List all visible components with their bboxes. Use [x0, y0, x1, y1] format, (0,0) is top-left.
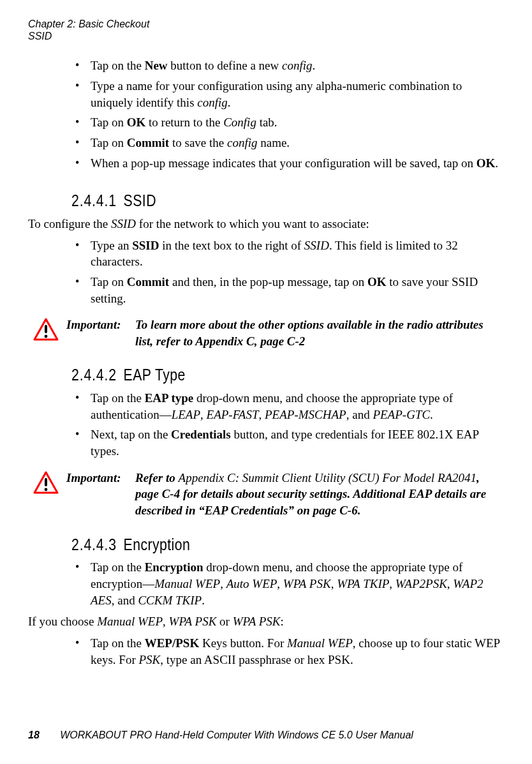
list-item: Tap on Commit to save the config name. — [71, 135, 504, 155]
svg-rect-0 — [45, 325, 47, 333]
list-item: Tap on Commit and then, in the pop-up me… — [71, 274, 504, 310]
list-item: Tap on the New button to define a new co… — [71, 57, 504, 78]
note-text: Refer to Appendix C: Summit Client Utili… — [135, 470, 499, 519]
chapter-line: Chapter 2: Basic Checkout — [28, 18, 504, 30]
warning-icon — [33, 318, 59, 341]
note-label: Important: — [66, 317, 135, 333]
paragraph: To configure the SSID for the network to… — [28, 216, 504, 232]
heading-2443: 2.4.4.3 Encryption — [71, 534, 439, 556]
warning-icon — [33, 471, 59, 494]
heading-2442: 2.4.4.2 EAP Type — [71, 364, 439, 386]
footer: 18 WORKABOUT PRO Hand-Held Computer With… — [28, 728, 413, 742]
heading-title: SSID — [124, 190, 156, 212]
intro-list: Tap on the New button to define a new co… — [71, 57, 504, 175]
list-item: When a pop-up message indicates that you… — [71, 155, 504, 176]
running-head: Chapter 2: Basic Checkout SSID — [28, 18, 504, 42]
ssid-list: Type an SSID in the text box to the righ… — [71, 237, 504, 311]
heading-number: 2.4.4.2 — [71, 364, 124, 386]
heading-title: Encryption — [124, 534, 191, 556]
note-body: Important:To learn more about the other … — [66, 317, 499, 349]
svg-point-3 — [45, 488, 48, 491]
list-item: Next, tap on the Credentials button, and… — [71, 426, 504, 463]
heading-number: 2.4.4.1 — [71, 190, 124, 212]
note-body: Important:Refer to Appendix C: Summit Cl… — [66, 470, 499, 519]
section-line: SSID — [28, 30, 504, 42]
heading-number: 2.4.4.3 — [71, 534, 124, 556]
note-text: To learn more about the other options av… — [135, 317, 499, 349]
svg-point-1 — [45, 335, 48, 338]
list-item: Tap on the WEP/PSK Keys button. For Manu… — [71, 635, 504, 671]
important-note: Important:To learn more about the other … — [33, 317, 504, 349]
eap-list: Tap on the EAP type drop-down menu, and … — [71, 390, 504, 463]
list-item: Type an SSID in the text box to the righ… — [71, 237, 504, 274]
heading-2441: 2.4.4.1 SSID — [71, 190, 439, 212]
svg-rect-2 — [45, 478, 47, 486]
body-content: Tap on the New button to define a new co… — [71, 57, 504, 671]
heading-title: EAP Type — [124, 364, 186, 386]
encryption-list: Tap on the Encryption drop-down menu, an… — [71, 559, 504, 612]
list-item: Tap on the Encryption drop-down menu, an… — [71, 559, 504, 612]
important-note: Important:Refer to Appendix C: Summit Cl… — [33, 470, 504, 519]
note-label: Important: — [66, 470, 135, 486]
list-item: Type a name for your configuration using… — [71, 78, 504, 114]
list-item: Tap on OK to return to the Config tab. — [71, 114, 504, 135]
footer-text: WORKABOUT PRO Hand-Held Computer With Wi… — [60, 730, 413, 740]
page-number: 18 — [28, 730, 40, 740]
list-item: Tap on the EAP type drop-down menu, and … — [71, 390, 504, 426]
encryption-list-2: Tap on the WEP/PSK Keys button. For Manu… — [71, 635, 504, 671]
paragraph: If you choose Manual WEP, WPA PSK or WPA… — [28, 613, 504, 630]
page: Chapter 2: Basic Checkout SSID Tap on th… — [0, 0, 532, 764]
